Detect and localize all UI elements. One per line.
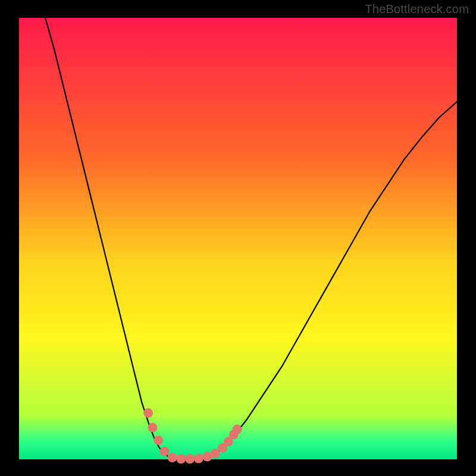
marker-dot <box>185 454 195 464</box>
chart-stage: TheBottleneck.com <box>0 0 476 476</box>
marker-dot <box>159 447 169 456</box>
marker-dot <box>233 425 242 434</box>
marker-dot <box>148 423 157 433</box>
marker-dot <box>168 453 177 462</box>
plot-background <box>19 18 457 459</box>
plot-svg <box>0 0 476 476</box>
marker-dot <box>194 454 203 464</box>
marker-dot <box>154 436 163 445</box>
marker-dot <box>176 454 186 464</box>
marker-dot <box>143 408 153 418</box>
marker-dot <box>211 449 220 458</box>
